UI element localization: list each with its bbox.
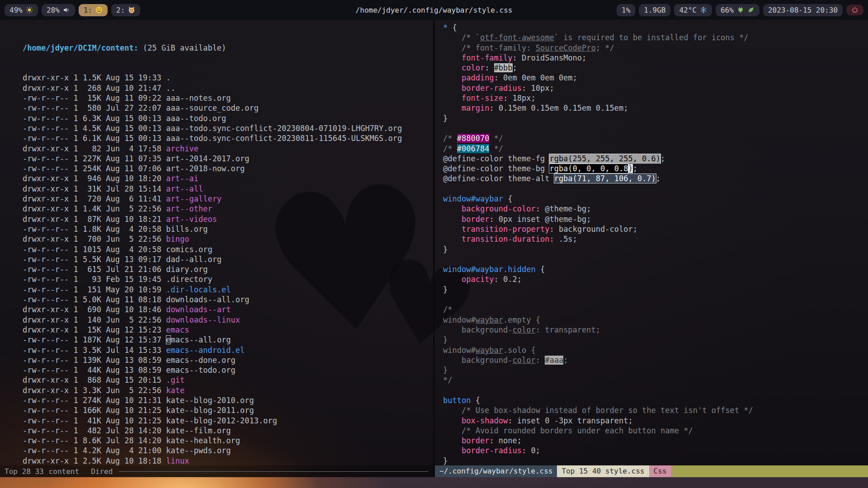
code-line: background-color: @theme-bg;	[443, 204, 868, 214]
dired-header: /home/jdyer/DCIM/content: (25 GiB availa…	[23, 43, 433, 53]
code-line	[443, 385, 868, 395]
cat-icon	[128, 6, 135, 14]
dired-filename[interactable]: kate--health.org	[166, 436, 240, 445]
dired-filename[interactable]: downloads--art	[166, 305, 231, 314]
temperature-module: 42°C	[674, 4, 712, 16]
dired-row: drwxr-xr-x 1 700 Jun 5 22:56 bingo	[23, 234, 433, 244]
code-line: }	[443, 244, 868, 254]
dired-row: -rw-r--r-- 1 274K Aug 10 21:31 kate--blo…	[23, 395, 433, 405]
dired-row: drwxr-xr-x 1 1.5K Aug 15 19:33 .	[23, 73, 433, 83]
code-line	[443, 184, 868, 194]
code-line: /* #006784 */	[443, 144, 868, 154]
dired-filename[interactable]: diary.org	[166, 265, 208, 274]
code-line: */	[443, 375, 868, 385]
dired-row: -rw-r--r-- 1 5.5K Aug 13 09:17 dad--all.…	[23, 254, 433, 264]
dired-filename[interactable]: archive	[166, 144, 198, 153]
dired-filename[interactable]: .	[166, 73, 170, 82]
code-line: font-size: 18px;	[443, 93, 868, 103]
dired-filename[interactable]: aaa--notes.org	[166, 94, 231, 103]
dired-row: -rw-r--r-- 1 3.5K Jul 14 15:33 emacs--an…	[23, 345, 433, 355]
dired-window[interactable]: /home/jdyer/DCIM/content: (25 GiB availa…	[0, 20, 433, 477]
code-lines[interactable]: * { /* `otf-font-awesome` is required to…	[435, 20, 868, 465]
smiley-icon	[95, 6, 103, 14]
dired-filename[interactable]: kate--blog-2010.org	[166, 396, 254, 405]
dired-filename[interactable]: linux	[166, 456, 189, 465]
code-line: transition-property: background-color;	[443, 224, 868, 234]
dired-row: -rw-r--r-- 1 615 Jul 21 21:06 diary.org	[23, 264, 433, 274]
temperature-value: 42°C	[679, 6, 697, 14]
dired-filename[interactable]: downloads--all.org	[166, 295, 249, 304]
dired-filename[interactable]: aaa--todo.sync-conflict-20230811-115645-…	[166, 134, 402, 143]
dired-filename[interactable]: art--all	[166, 184, 203, 193]
code-line	[443, 123, 868, 133]
dired-row: drwxr-xr-x 1 1.4K Jun 5 22:56 art--other	[23, 204, 433, 214]
dired-filename[interactable]: art--ai	[166, 174, 198, 183]
dired-row: -rw-r--r-- 1 187K Aug 12 15:37 emacs--al…	[23, 335, 433, 345]
workspace-1[interactable]: 1:	[79, 4, 108, 16]
code-line: /* font-family: SourceCodePro; */	[443, 43, 868, 53]
dired-filename[interactable]: aaa--todo.sync-conflict-20230804-071019-…	[166, 124, 402, 133]
dired-filename[interactable]: emacs	[166, 325, 189, 334]
dired-filename[interactable]: emacs--todo.org	[166, 366, 236, 375]
dired-free-space: (25 GiB available)	[138, 43, 226, 52]
dired-filename[interactable]: dad--all.org	[166, 255, 222, 264]
modeline-major-mode: Css	[649, 465, 671, 477]
dired-row: -rw-r--r-- 1 44K Aug 13 08:59 emacs--tod…	[23, 365, 433, 375]
dired-filename[interactable]: kate--pwds.org	[166, 446, 231, 455]
modeline-file-path: ~/.config/waybar/style.css	[435, 465, 557, 477]
volume-module[interactable]: 28%	[42, 4, 75, 16]
dired-filename[interactable]: art--2014-2017.org	[166, 154, 249, 163]
dired-filename[interactable]: ..	[166, 84, 175, 93]
dired-filename[interactable]: downloads--linux	[166, 315, 240, 324]
code-line: border-radius: 0;	[443, 446, 868, 455]
dired-filename[interactable]: kate--blog-2012-2013.org	[166, 416, 277, 425]
dired-list[interactable]: /home/jdyer/DCIM/content: (25 GiB availa…	[0, 20, 433, 465]
dired-filename[interactable]: emacs--all.org	[166, 335, 231, 344]
dired-filename[interactable]: aaa--source_code.org	[166, 103, 259, 113]
dired-row: drwxr-xr-x 1 140 Jun 5 22:56 downloads--…	[23, 315, 433, 325]
leaf-icon	[747, 6, 755, 14]
dired-filename[interactable]: .git	[166, 375, 184, 385]
dired-filename[interactable]: aaa--todo.org	[166, 114, 226, 123]
dired-filename[interactable]: comics.org	[166, 245, 212, 254]
dired-filename[interactable]: emacs--done.org	[166, 356, 236, 365]
dired-filename[interactable]: art--gallery	[166, 194, 222, 203]
dired-filename[interactable]: kate	[166, 386, 184, 395]
code-line: border: none;	[443, 436, 868, 446]
dired-cursor: e	[166, 335, 170, 344]
code-line: padding: 0em 0em 0em 0em;	[443, 73, 868, 83]
code-line: window#waybar.hidden {	[443, 264, 868, 274]
code-line: /* `otf-font-awesome` is required to be …	[443, 33, 868, 42]
dired-filename[interactable]: art--videos	[166, 215, 217, 224]
code-line: window#waybar {	[443, 194, 868, 204]
dired-filename[interactable]: emacs--android.el	[166, 346, 245, 355]
snowflake-icon	[700, 6, 707, 14]
code-line: }	[443, 285, 868, 295]
code-line: font-family: DroidSansMono;	[443, 53, 868, 63]
clock-module[interactable]: 2023-08-15 20:30	[763, 4, 843, 16]
dired-buffer-name: content	[49, 467, 79, 476]
dired-filename[interactable]: bills.org	[166, 225, 208, 234]
dired-filename[interactable]: kate--film.org	[166, 426, 231, 435]
emacs-frame: /home/jdyer/DCIM/content: (25 GiB availa…	[0, 20, 868, 477]
dired-filename[interactable]: .directory	[166, 275, 212, 284]
power-module[interactable]	[846, 5, 863, 15]
workspace-2[interactable]: 2:	[111, 4, 140, 16]
code-line: box-shadow: inset 0 -3px transparent;	[443, 416, 868, 426]
dired-row: -rw-r--r-- 1 93 Feb 15 19:45 .directory	[23, 274, 433, 284]
brightness-module[interactable]: 49%	[5, 4, 38, 16]
dired-row: -rw-r--r-- 1 1015 Aug 4 20:58 comics.org	[23, 244, 433, 254]
dired-filename[interactable]: .dir-locals.el	[166, 285, 231, 294]
dired-filename[interactable]: bingo	[166, 235, 189, 244]
dired-row: drwxr-xr-x 1 690 Aug 10 18:46 downloads-…	[23, 305, 433, 314]
volume-value: 28%	[47, 6, 60, 14]
code-line: window#waybar.solo {	[443, 345, 868, 355]
dired-filename[interactable]: art--2018-now.org	[166, 164, 245, 173]
dired-row: drwxr-xr-x 1 31K Jul 28 15:14 art--all	[23, 184, 433, 194]
dired-filename[interactable]: kate--blog-2011.org	[166, 406, 254, 415]
code-line: }	[443, 335, 868, 345]
code-line: opacity: 0.2;	[443, 274, 868, 284]
dired-row: -rw-r--r-- 1 4.5K Aug 15 00:13 aaa--todo…	[23, 123, 433, 133]
code-window[interactable]: * { /* `otf-font-awesome` is required to…	[433, 20, 868, 477]
dired-filename[interactable]: art--other	[166, 204, 212, 213]
